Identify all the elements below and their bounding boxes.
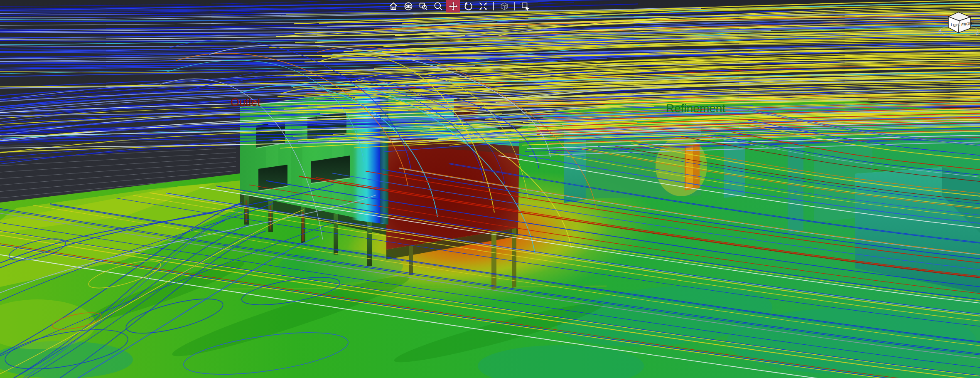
cube-icon[interactable] (497, 0, 511, 12)
viewport-toolbar (386, 0, 532, 12)
navigation-cube[interactable]: LEFT FRONT (936, 7, 980, 41)
perspective-icon[interactable] (401, 0, 415, 12)
rotate-icon[interactable] (461, 0, 475, 12)
fit-view-icon[interactable] (476, 0, 490, 12)
zoom-icon[interactable] (431, 0, 445, 12)
toolbar-separator (493, 2, 494, 10)
cfd-viewport[interactable]: Outlet Refinement (0, 0, 980, 378)
pan-icon[interactable] (446, 0, 460, 12)
zoom-window-icon[interactable] (416, 0, 430, 12)
toolbar-separator (514, 2, 515, 10)
home-icon[interactable] (386, 0, 400, 12)
select-icon[interactable] (518, 0, 532, 12)
scene-3d-render (0, 0, 980, 378)
